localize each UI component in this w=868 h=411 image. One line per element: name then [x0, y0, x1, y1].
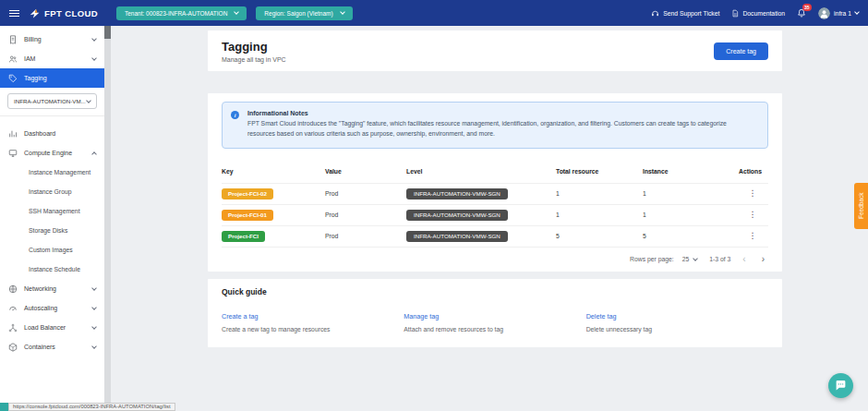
tenant-selector[interactable]: Tenant: 000823-INFRA-AUTOMATION — [116, 6, 247, 20]
chevron-down-icon — [91, 305, 97, 310]
documentation-button[interactable]: Documentation — [731, 9, 785, 18]
sidebar-item-label: IAM — [24, 55, 35, 62]
sidebar-item-tagging[interactable]: Tagging — [0, 68, 104, 88]
pagination-range: 1-3 of 3 — [709, 256, 730, 262]
tag-instance-count: 1 — [643, 190, 739, 197]
tag-value: Prod — [325, 233, 406, 239]
sidebar-item-iam[interactable]: IAM — [0, 49, 104, 68]
status-url: https://console.fptcloud.com/000823-INFR… — [8, 403, 175, 411]
user-menu[interactable]: infra 1 — [818, 7, 859, 19]
pagination: Rows per page: 25 1-3 of 3 ‹ › — [222, 247, 768, 272]
brand-text: FPT CLOUD — [44, 8, 98, 18]
chevron-down-icon — [91, 344, 97, 349]
sidebar-item-dashboard[interactable]: Dashboard — [0, 124, 104, 143]
billing-icon — [8, 35, 18, 44]
sidebar-scrollbar[interactable] — [104, 26, 111, 411]
vpc-selector-value: INFRA-AUTOMATION-VM... — [14, 98, 86, 104]
sidebar-subitem-instance-schedule[interactable]: Instance Schedule — [0, 260, 104, 279]
tag-instance-count: 1 — [643, 212, 739, 218]
chevron-down-icon — [86, 98, 91, 103]
sidebar-item-label: Billing — [24, 36, 42, 42]
rows-per-page-select[interactable]: 25 — [682, 256, 698, 262]
topbar-right: Send Support Ticket Documentation 35 inf… — [651, 7, 859, 19]
tag-key-badge[interactable]: Project-FCI — [222, 231, 265, 242]
page-header: Tagging Manage all tag in VPC Create tag — [208, 30, 782, 71]
sidebar-item-label: Load Balancer — [24, 324, 66, 331]
sidebar-item-compute-engine[interactable]: Compute Engine — [0, 143, 104, 163]
tag-key-badge[interactable]: Project-FCI-01 — [222, 210, 273, 221]
region-label: Region: Saigon (Vietnam) — [264, 10, 332, 17]
feedback-button[interactable]: Feedback — [854, 183, 868, 229]
document-icon — [731, 9, 739, 18]
app-window: FPT CLOUD Tenant: 000823-INFRA-AUTOMATIO… — [0, 0, 868, 411]
quick-guide: Quick guide Create a tag Create a new ta… — [208, 279, 782, 347]
sidebar-item-billing[interactable]: Billing — [0, 30, 104, 49]
tenant-label: Tenant: 000823-INFRA-AUTOMATION — [125, 10, 227, 17]
sidebar-subitem-label: Storage Disks — [29, 227, 67, 234]
quick-guide-desc: Delete unnecessary tag — [586, 326, 768, 332]
info-icon: i — [231, 111, 239, 119]
region-selector[interactable]: Region: Saigon (Vietnam) — [256, 6, 352, 20]
sidebar-subitem-instance-group[interactable]: Instance Group — [0, 182, 104, 201]
sidebar-subitem-instance-management[interactable]: Instance Management — [0, 163, 104, 182]
tag-level-badge: INFRA-AUTOMATION-VMW-SGN — [406, 231, 508, 242]
support-ticket-label: Send Support Ticket — [663, 10, 719, 17]
sidebar-item-label: Networking — [24, 285, 56, 292]
row-actions-menu[interactable]: ⋮ — [749, 189, 757, 198]
quick-guide-item: Create a tag Create a new tag to manage … — [222, 306, 404, 332]
gauge-icon — [8, 304, 18, 313]
sidebar-subitem-ssh-management[interactable]: SSH Management — [0, 201, 104, 221]
brand-logo[interactable]: FPT CLOUD — [29, 7, 98, 19]
prev-page-button[interactable]: ‹ — [739, 255, 749, 264]
tag-level-badge: INFRA-AUTOMATION-VMW-SGN — [406, 210, 508, 221]
sidebar-item-containers[interactable]: Containers — [0, 337, 104, 357]
delete-tag-link[interactable]: Delete tag — [586, 312, 617, 320]
globe-icon — [8, 284, 18, 294]
row-actions-menu[interactable]: ⋮ — [749, 232, 757, 240]
create-a-tag-link[interactable]: Create a tag — [222, 312, 259, 320]
chevron-down-icon — [91, 285, 97, 291]
info-content: Informational Notes FPT Smart Cloud intr… — [247, 110, 754, 139]
chevron-down-icon — [854, 9, 860, 15]
row-actions-menu[interactable]: ⋮ — [749, 211, 757, 219]
chat-support-button[interactable] — [828, 373, 853, 398]
chevron-up-icon — [91, 151, 97, 157]
user-label: infra 1 — [834, 10, 851, 17]
sidebar-item-networking[interactable]: Networking — [0, 279, 104, 298]
status-accent-square — [0, 403, 8, 411]
page-header-text: Tagging Manage all tag in VPC — [222, 40, 286, 63]
scrollbar-thumb[interactable] — [104, 26, 111, 39]
rows-per-page-value: 25 — [682, 256, 690, 262]
status-bar: https://console.fptcloud.com/000823-INFR… — [0, 403, 175, 411]
sidebar-item-load-balancer[interactable]: Load Balancer — [0, 318, 104, 337]
fpt-logo-icon — [29, 7, 41, 19]
chevron-down-icon — [235, 9, 240, 15]
load-balancer-icon — [8, 323, 18, 332]
sidebar: Billing IAM Tagging INFRA-AUTOMATION-VM.… — [0, 26, 104, 411]
quick-guide-title: Quick guide — [222, 287, 768, 296]
quick-guide-item: Delete tag Delete unnecessary tag — [586, 306, 768, 332]
rows-per-page-label: Rows per page: — [630, 256, 674, 262]
sidebar-item-label: Compute Engine — [24, 150, 72, 156]
manage-tag-link[interactable]: Manage tag — [404, 312, 439, 320]
vpc-selector[interactable]: INFRA-AUTOMATION-VM... — [7, 93, 97, 109]
sidebar-subitem-storage-disks[interactable]: Storage Disks — [0, 221, 104, 240]
headset-icon — [651, 9, 659, 18]
sidebar-subitem-label: Instance Group — [29, 188, 71, 195]
notifications-button[interactable]: 35 — [797, 8, 806, 18]
tag-key-badge[interactable]: Project-FCI-02 — [222, 188, 273, 199]
tag-value: Prod — [325, 190, 406, 197]
column-header-level: Level — [406, 168, 556, 175]
quick-guide-desc: Attach and remove resources to tag — [404, 326, 585, 332]
table-row: Project-FCI-01 Prod INFRA-AUTOMATION-VMW… — [222, 204, 768, 225]
next-page-button[interactable]: › — [758, 255, 768, 264]
sidebar-subitem-custom-images[interactable]: Custom Images — [0, 240, 104, 260]
sidebar-divider — [0, 115, 104, 116]
sidebar-item-autoscaling[interactable]: Autoscaling — [0, 298, 104, 318]
table-row: Project-FCI Prod INFRA-AUTOMATION-VMW-SG… — [222, 225, 768, 247]
tag-total-resource: 1 — [556, 190, 643, 197]
create-tag-button[interactable]: Create tag — [714, 42, 768, 60]
menu-icon[interactable] — [9, 10, 19, 17]
support-ticket-button[interactable]: Send Support Ticket — [651, 9, 719, 18]
tag-level-badge: INFRA-AUTOMATION-VMW-SGN — [406, 188, 508, 199]
